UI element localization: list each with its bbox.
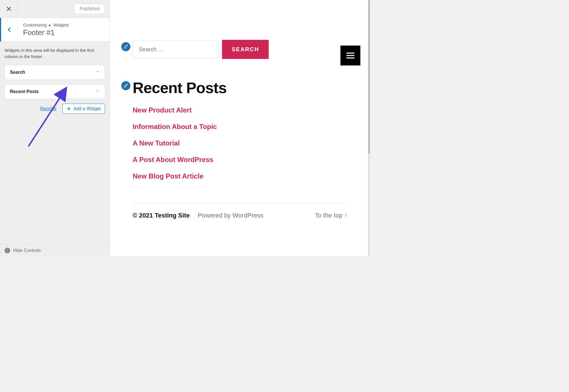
recent-post-link[interactable]: A New Tutorial <box>133 139 359 147</box>
sidebar-body: Widgets in this area will be displayed i… <box>0 42 110 245</box>
search-input[interactable] <box>133 41 219 58</box>
hide-controls-label: Hide Controls <box>13 248 41 253</box>
site-footer: © 2021 Testing Site Powered by WordPress… <box>121 212 359 225</box>
recent-post-link[interactable]: New Product Alert <box>133 106 359 114</box>
footer-search-widget: SEARCH <box>133 40 359 59</box>
customizer-topbar: Published <box>0 0 110 18</box>
chevron-down-icon <box>96 70 100 75</box>
reorder-link[interactable]: Reorder <box>40 106 57 111</box>
chevron-left-icon <box>6 26 13 33</box>
widget-item-search[interactable]: Search <box>5 65 105 80</box>
widget-item-label: Search <box>10 70 25 75</box>
publish-status-button[interactable]: Published <box>74 4 105 14</box>
publish-cell: Published <box>18 0 110 18</box>
breadcrumb-separator: ▸ <box>49 22 51 27</box>
recent-post-link[interactable]: A Post About WordPress <box>133 156 359 164</box>
plus-icon <box>67 106 71 111</box>
breadcrumb: Customizing ▸ Widgets <box>23 22 69 28</box>
collapse-left-icon <box>5 248 10 253</box>
edit-widget-button[interactable] <box>121 81 130 90</box>
customizer-panel: Published Customizing ▸ Widgets Footer #… <box>0 0 110 256</box>
add-widget-label: Add a Widget <box>73 106 101 111</box>
widget-actions: Reorder Add a Widget <box>5 104 105 114</box>
close-icon <box>6 6 12 12</box>
scrollbar-thumb[interactable] <box>368 0 370 154</box>
section-header: Customizing ▸ Widgets Footer #1 <box>0 18 110 42</box>
close-customizer-button[interactable] <box>0 0 18 18</box>
pencil-icon <box>124 83 128 88</box>
footer-divider <box>133 203 347 203</box>
section-header-text: Customizing ▸ Widgets Footer #1 <box>18 18 74 41</box>
hide-controls-button[interactable]: Hide Controls <box>0 245 110 256</box>
breadcrumb-root: Customizing <box>23 22 47 27</box>
section-help-text: Widgets in this area will be displayed i… <box>5 47 105 60</box>
section-title: Footer #1 <box>23 28 69 37</box>
add-widget-button[interactable]: Add a Widget <box>62 104 105 114</box>
edit-widget-button[interactable] <box>121 42 130 51</box>
site-preview: SEARCH Recent Posts New Product Alert In… <box>110 0 370 256</box>
copyright-text: © 2021 Testing Site <box>133 212 190 219</box>
preview-scrollbar[interactable] <box>368 0 370 256</box>
recent-posts-list: New Product Alert Information About a To… <box>133 106 359 180</box>
pencil-icon <box>124 44 128 49</box>
powered-by-link[interactable]: Powered by WordPress <box>198 212 263 219</box>
to-the-top-link[interactable]: To the top ↑ <box>315 212 347 219</box>
search-button[interactable]: SEARCH <box>222 40 269 59</box>
chevron-down-icon <box>96 89 100 94</box>
recent-post-link[interactable]: New Blog Post Article <box>133 172 359 180</box>
back-button[interactable] <box>1 18 18 41</box>
recent-post-link[interactable]: Information About a Topic <box>133 123 359 131</box>
recent-posts-heading: Recent Posts <box>133 79 359 97</box>
breadcrumb-current: Widgets <box>54 22 69 27</box>
widget-item-recent-posts[interactable]: Recent Posts <box>5 84 105 99</box>
widget-item-label: Recent Posts <box>10 89 39 94</box>
footer-recent-posts-widget: Recent Posts New Product Alert Informati… <box>133 79 359 180</box>
